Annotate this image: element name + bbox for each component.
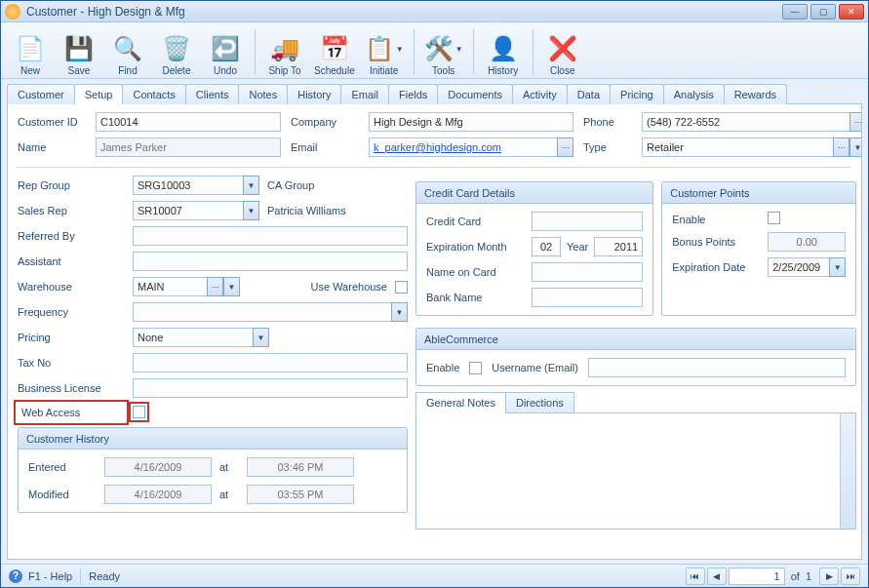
entered-label: Entered xyxy=(28,461,97,473)
save-button[interactable]: 💾Save xyxy=(56,25,102,78)
pager-next[interactable]: ▶ xyxy=(819,568,839,585)
schedule-button[interactable]: 📅Schedule xyxy=(310,25,359,78)
tools-button[interactable]: 🛠️▼Tools xyxy=(420,25,467,78)
close-button[interactable]: ❌Close xyxy=(539,25,586,78)
close-window-button[interactable]: ✕ xyxy=(839,4,864,20)
toolbar: 📄New 💾Save 🔍Find 🗑️Delete ↩️Undo 🚚Ship T… xyxy=(1,22,868,79)
help-text[interactable]: F1 - Help xyxy=(28,570,72,582)
minimize-button[interactable]: — xyxy=(782,4,808,20)
pager-prev[interactable]: ◀ xyxy=(707,568,727,585)
points-enable-label: Enable xyxy=(672,214,760,225)
type-picker-button[interactable]: ⋯ xyxy=(833,137,849,157)
tab-setup[interactable]: Setup xyxy=(74,84,124,104)
phone-picker-button[interactable]: ⋯ xyxy=(849,112,862,132)
credit-card-input[interactable] xyxy=(532,212,643,231)
delete-icon: 🗑️ xyxy=(162,34,191,63)
points-exp-dropdown[interactable]: ▼ xyxy=(829,257,846,277)
undo-button[interactable]: ↩️Undo xyxy=(202,25,249,78)
warehouse-picker[interactable]: ⋯ xyxy=(207,277,223,296)
pricing-dropdown[interactable]: ▼ xyxy=(253,328,269,347)
tab-activity[interactable]: Activity xyxy=(512,84,568,104)
able-enable-label: Enable xyxy=(426,362,459,373)
frequency-dropdown[interactable]: ▼ xyxy=(391,302,408,322)
type-dropdown-button[interactable]: ▼ xyxy=(849,137,862,157)
bank-name-label: Bank Name xyxy=(426,292,524,303)
warehouse-input[interactable]: MAIN xyxy=(133,277,207,296)
year-label: Year xyxy=(567,241,588,253)
use-warehouse-checkbox[interactable] xyxy=(395,281,408,294)
tab-documents[interactable]: Documents xyxy=(437,84,513,104)
tab-email[interactable]: Email xyxy=(340,84,389,104)
ablecommerce-legend: AbleCommerce xyxy=(416,329,855,350)
history-button[interactable]: 👤History xyxy=(480,25,527,78)
delete-button[interactable]: 🗑️Delete xyxy=(153,25,200,78)
tab-rewards[interactable]: Rewards xyxy=(724,84,787,104)
window-controls: — ▢ ✕ xyxy=(782,4,864,20)
schedule-label: Schedule xyxy=(314,65,355,76)
name-on-card-input[interactable] xyxy=(532,262,643,282)
able-enable-checkbox[interactable] xyxy=(469,362,482,374)
history-label: History xyxy=(488,65,518,76)
email-input[interactable]: k_parker@highdesign.com xyxy=(369,137,557,157)
shipto-label: Ship To xyxy=(268,65,300,76)
web-access-checkbox[interactable] xyxy=(133,406,145,418)
pager-current[interactable]: 1 xyxy=(729,568,785,585)
assistant-input[interactable] xyxy=(133,252,408,271)
new-label: New xyxy=(20,65,40,76)
pager-first[interactable]: ⏮ xyxy=(686,568,705,585)
tab-analysis[interactable]: Analysis xyxy=(663,84,725,104)
pager-last[interactable]: ⏭ xyxy=(841,568,860,585)
points-enable-checkbox[interactable] xyxy=(768,212,780,224)
company-label: Company xyxy=(291,116,359,128)
rep-group-dropdown[interactable]: ▼ xyxy=(243,176,259,195)
company-input[interactable]: High Design & Mfg xyxy=(369,112,573,132)
bonus-points-input[interactable]: 0.00 xyxy=(768,232,846,252)
tab-data[interactable]: Data xyxy=(567,84,611,104)
frequency-input[interactable] xyxy=(133,302,391,322)
maximize-button[interactable]: ▢ xyxy=(810,4,836,20)
general-notes-tab[interactable]: General Notes xyxy=(415,392,506,413)
notes-textarea[interactable] xyxy=(415,412,856,529)
pricing-input[interactable]: None xyxy=(133,328,253,347)
sales-rep-input[interactable]: SR10007 xyxy=(133,201,243,220)
find-button[interactable]: 🔍Find xyxy=(104,25,151,78)
phone-input[interactable]: (548) 722-6552 xyxy=(642,112,849,132)
chevron-down-icon: ▼ xyxy=(455,45,463,54)
shipto-button[interactable]: 🚚Ship To xyxy=(261,25,308,78)
points-exp-input[interactable]: 2/25/2009 xyxy=(768,257,829,277)
customer-id-input[interactable]: C10014 xyxy=(96,112,281,132)
able-username-input[interactable] xyxy=(588,358,846,377)
assistant-label: Assistant xyxy=(18,255,125,267)
toolbar-separator xyxy=(255,29,256,74)
customer-window: Customer - High Design & Mfg — ▢ ✕ 📄New … xyxy=(0,0,869,588)
help-icon[interactable]: ? xyxy=(9,569,22,583)
phone-label: Phone xyxy=(583,116,632,128)
history-icon: 👤 xyxy=(489,34,518,63)
directions-tab[interactable]: Directions xyxy=(505,392,574,413)
business-license-input[interactable] xyxy=(133,378,408,398)
exp-year-input[interactable]: 2011 xyxy=(594,237,643,256)
tab-history[interactable]: History xyxy=(287,84,341,104)
tab-fields[interactable]: Fields xyxy=(388,84,438,104)
tax-no-input[interactable] xyxy=(133,353,408,372)
type-input[interactable]: Retailer xyxy=(642,137,833,157)
sales-rep-dropdown[interactable]: ▼ xyxy=(243,201,259,220)
tab-customer[interactable]: Customer xyxy=(7,84,75,104)
tools-label: Tools xyxy=(432,65,454,76)
email-picker-button[interactable]: ⋯ xyxy=(557,137,573,157)
name-input[interactable]: James Parker xyxy=(96,137,281,157)
right-column: Credit Card Details Credit Card Expirati… xyxy=(415,176,856,529)
referred-by-input[interactable] xyxy=(133,226,408,246)
chevron-down-icon: ▼ xyxy=(396,45,404,54)
exp-month-input[interactable]: 02 xyxy=(532,237,561,256)
tab-pricing[interactable]: Pricing xyxy=(610,84,664,104)
tab-clients[interactable]: Clients xyxy=(185,84,240,104)
tab-contacts[interactable]: Contacts xyxy=(122,84,185,104)
warehouse-dropdown[interactable]: ▼ xyxy=(223,277,240,296)
tab-notes[interactable]: Notes xyxy=(238,84,288,104)
new-button[interactable]: 📄New xyxy=(7,25,54,78)
initiate-button[interactable]: 📋▼Initiate xyxy=(361,25,408,78)
rep-group-input[interactable]: SRG10003 xyxy=(133,176,243,195)
bank-name-input[interactable] xyxy=(532,288,643,307)
notes-scrollbar[interactable] xyxy=(840,413,855,529)
